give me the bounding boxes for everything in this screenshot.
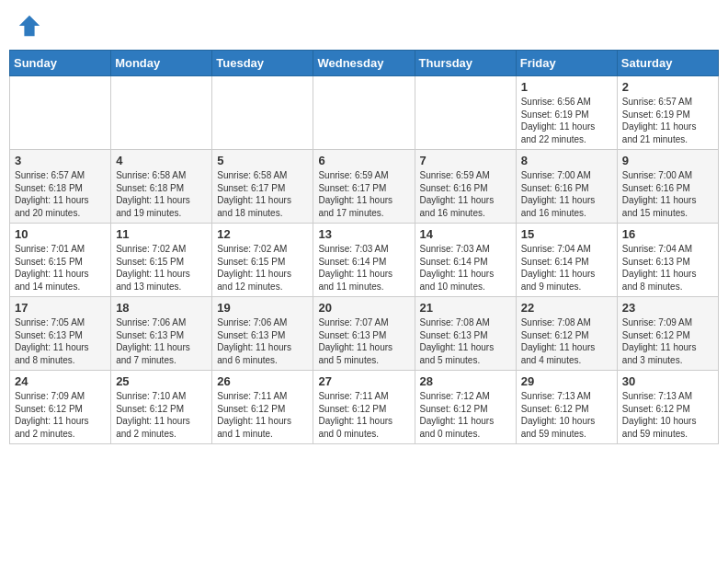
calendar-cell: 22Sunrise: 7:08 AM Sunset: 6:12 PM Dayli…	[516, 297, 617, 371]
calendar-cell: 5Sunrise: 6:58 AM Sunset: 6:17 PM Daylig…	[212, 150, 313, 224]
day-number: 23	[622, 301, 713, 315]
calendar-cell: 17Sunrise: 7:05 AM Sunset: 6:13 PM Dayli…	[10, 297, 111, 371]
week-row-3: 10Sunrise: 7:01 AM Sunset: 6:15 PM Dayli…	[10, 224, 719, 297]
day-info: Sunrise: 7:02 AM Sunset: 6:15 PM Dayligh…	[217, 243, 308, 293]
calendar-cell: 12Sunrise: 7:02 AM Sunset: 6:15 PM Dayli…	[212, 224, 313, 297]
calendar-cell: 28Sunrise: 7:12 AM Sunset: 6:12 PM Dayli…	[415, 371, 516, 444]
calendar-table: SundayMondayTuesdayWednesdayThursdayFrid…	[9, 50, 719, 444]
weekday-header-wednesday: Wednesday	[313, 51, 415, 76]
day-number: 13	[318, 227, 409, 241]
week-row-5: 24Sunrise: 7:09 AM Sunset: 6:12 PM Dayli…	[10, 371, 719, 444]
calendar-cell	[415, 76, 516, 150]
day-number: 28	[420, 374, 511, 388]
calendar-cell: 3Sunrise: 6:57 AM Sunset: 6:18 PM Daylig…	[10, 150, 111, 224]
calendar-cell: 15Sunrise: 7:04 AM Sunset: 6:14 PM Dayli…	[516, 224, 617, 297]
day-number: 17	[15, 301, 106, 315]
day-number: 24	[15, 374, 106, 388]
calendar-cell: 6Sunrise: 6:59 AM Sunset: 6:17 PM Daylig…	[313, 150, 415, 224]
calendar-cell	[111, 76, 212, 150]
calendar-cell: 1Sunrise: 6:56 AM Sunset: 6:19 PM Daylig…	[516, 76, 617, 150]
calendar-cell	[313, 76, 415, 150]
calendar-cell: 11Sunrise: 7:02 AM Sunset: 6:15 PM Dayli…	[111, 224, 212, 297]
day-number: 5	[217, 154, 308, 167]
day-info: Sunrise: 6:57 AM Sunset: 6:18 PM Dayligh…	[15, 169, 106, 219]
day-info: Sunrise: 7:11 AM Sunset: 6:12 PM Dayligh…	[217, 390, 308, 440]
day-number: 1	[521, 80, 612, 94]
logo-icon	[17, 13, 42, 39]
calendar-cell: 26Sunrise: 7:11 AM Sunset: 6:12 PM Dayli…	[212, 371, 313, 444]
calendar-cell: 8Sunrise: 7:00 AM Sunset: 6:16 PM Daylig…	[516, 150, 617, 224]
day-number: 29	[521, 374, 612, 388]
calendar-cell: 7Sunrise: 6:59 AM Sunset: 6:16 PM Daylig…	[415, 150, 516, 224]
day-number: 12	[217, 227, 308, 241]
weekday-header-sunday: Sunday	[10, 51, 111, 76]
day-info: Sunrise: 7:00 AM Sunset: 6:16 PM Dayligh…	[622, 169, 713, 219]
day-info: Sunrise: 7:12 AM Sunset: 6:12 PM Dayligh…	[420, 390, 511, 440]
calendar-cell: 23Sunrise: 7:09 AM Sunset: 6:12 PM Dayli…	[617, 297, 718, 371]
day-number: 25	[116, 374, 207, 388]
day-number: 22	[521, 301, 612, 315]
day-info: Sunrise: 7:03 AM Sunset: 6:14 PM Dayligh…	[420, 243, 511, 293]
day-info: Sunrise: 7:08 AM Sunset: 6:13 PM Dayligh…	[420, 316, 511, 366]
day-number: 7	[420, 154, 511, 167]
day-number: 19	[217, 301, 308, 315]
calendar-cell: 9Sunrise: 7:00 AM Sunset: 6:16 PM Daylig…	[617, 150, 718, 224]
calendar-cell: 24Sunrise: 7:09 AM Sunset: 6:12 PM Dayli…	[10, 371, 111, 444]
calendar-cell: 14Sunrise: 7:03 AM Sunset: 6:14 PM Dayli…	[415, 224, 516, 297]
day-number: 27	[318, 374, 409, 388]
day-info: Sunrise: 6:59 AM Sunset: 6:17 PM Dayligh…	[318, 169, 409, 219]
day-info: Sunrise: 7:13 AM Sunset: 6:12 PM Dayligh…	[521, 390, 612, 440]
calendar-cell: 21Sunrise: 7:08 AM Sunset: 6:13 PM Dayli…	[415, 297, 516, 371]
day-number: 10	[15, 227, 106, 241]
day-info: Sunrise: 7:04 AM Sunset: 6:13 PM Dayligh…	[622, 243, 713, 293]
day-number: 18	[116, 301, 207, 315]
calendar-cell: 13Sunrise: 7:03 AM Sunset: 6:14 PM Dayli…	[313, 224, 415, 297]
weekday-header-monday: Monday	[111, 51, 212, 76]
svg-marker-0	[19, 16, 40, 36]
day-info: Sunrise: 7:02 AM Sunset: 6:15 PM Dayligh…	[116, 243, 207, 293]
day-info: Sunrise: 7:06 AM Sunset: 6:13 PM Dayligh…	[217, 316, 308, 366]
calendar-cell	[10, 76, 111, 150]
calendar-cell: 25Sunrise: 7:10 AM Sunset: 6:12 PM Dayli…	[111, 371, 212, 444]
day-info: Sunrise: 7:09 AM Sunset: 6:12 PM Dayligh…	[622, 316, 713, 366]
day-info: Sunrise: 7:00 AM Sunset: 6:16 PM Dayligh…	[521, 169, 612, 219]
day-info: Sunrise: 7:09 AM Sunset: 6:12 PM Dayligh…	[15, 390, 106, 440]
day-number: 4	[116, 154, 207, 167]
calendar-cell	[212, 76, 313, 150]
calendar-cell: 29Sunrise: 7:13 AM Sunset: 6:12 PM Dayli…	[516, 371, 617, 444]
day-number: 16	[622, 227, 713, 241]
day-number: 6	[318, 154, 409, 167]
calendar-cell: 4Sunrise: 6:58 AM Sunset: 6:18 PM Daylig…	[111, 150, 212, 224]
page-header	[9, 9, 719, 42]
day-info: Sunrise: 7:04 AM Sunset: 6:14 PM Dayligh…	[521, 243, 612, 293]
day-info: Sunrise: 7:07 AM Sunset: 6:13 PM Dayligh…	[318, 316, 409, 366]
day-number: 2	[622, 80, 713, 94]
day-info: Sunrise: 6:57 AM Sunset: 6:19 PM Dayligh…	[622, 96, 713, 145]
calendar-cell: 2Sunrise: 6:57 AM Sunset: 6:19 PM Daylig…	[617, 76, 718, 150]
day-number: 15	[521, 227, 612, 241]
day-number: 3	[15, 154, 106, 167]
weekday-header-row: SundayMondayTuesdayWednesdayThursdayFrid…	[10, 51, 719, 76]
logo	[17, 13, 46, 39]
day-number: 20	[318, 301, 409, 315]
day-info: Sunrise: 7:06 AM Sunset: 6:13 PM Dayligh…	[116, 316, 207, 366]
day-number: 21	[420, 301, 511, 315]
day-info: Sunrise: 7:05 AM Sunset: 6:13 PM Dayligh…	[15, 316, 106, 366]
day-number: 26	[217, 374, 308, 388]
week-row-4: 17Sunrise: 7:05 AM Sunset: 6:13 PM Dayli…	[10, 297, 719, 371]
calendar-cell: 18Sunrise: 7:06 AM Sunset: 6:13 PM Dayli…	[111, 297, 212, 371]
day-number: 9	[622, 154, 713, 167]
day-number: 11	[116, 227, 207, 241]
day-info: Sunrise: 7:11 AM Sunset: 6:12 PM Dayligh…	[318, 390, 409, 440]
day-info: Sunrise: 6:59 AM Sunset: 6:16 PM Dayligh…	[420, 169, 511, 219]
day-info: Sunrise: 7:03 AM Sunset: 6:14 PM Dayligh…	[318, 243, 409, 293]
day-info: Sunrise: 7:13 AM Sunset: 6:12 PM Dayligh…	[622, 390, 713, 440]
day-info: Sunrise: 7:01 AM Sunset: 6:15 PM Dayligh…	[15, 243, 106, 293]
weekday-header-tuesday: Tuesday	[212, 51, 313, 76]
weekday-header-saturday: Saturday	[617, 51, 718, 76]
day-number: 30	[622, 374, 713, 388]
calendar-cell: 10Sunrise: 7:01 AM Sunset: 6:15 PM Dayli…	[10, 224, 111, 297]
day-number: 14	[420, 227, 511, 241]
weekday-header-thursday: Thursday	[415, 51, 516, 76]
week-row-2: 3Sunrise: 6:57 AM Sunset: 6:18 PM Daylig…	[10, 150, 719, 224]
